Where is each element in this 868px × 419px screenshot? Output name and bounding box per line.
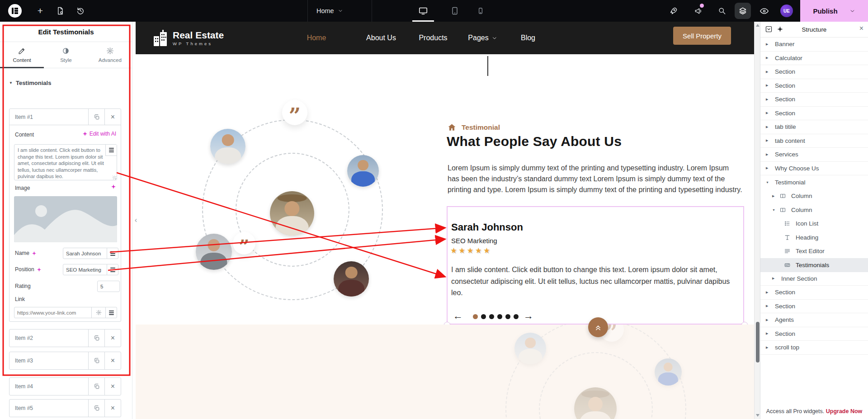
slider-dot-4[interactable]	[497, 314, 502, 319]
slider-dot-3[interactable]	[489, 314, 494, 319]
search-icon[interactable]	[717, 6, 727, 16]
caret-icon[interactable]: ▶	[766, 332, 773, 335]
caret-icon[interactable]: ▶	[766, 98, 773, 101]
add-new-icon[interactable]: +	[35, 6, 45, 16]
chevron-down-icon[interactable]	[849, 8, 855, 14]
link-options-button[interactable]	[91, 307, 106, 318]
tree-item-section[interactable]: ▶Section	[760, 300, 868, 314]
image-ai-button[interactable]	[111, 184, 116, 189]
tab-content[interactable]: Content	[0, 42, 44, 68]
caret-icon[interactable]: ▶	[766, 42, 773, 46]
slider-dot-1[interactable]	[473, 314, 478, 319]
remove-item-button[interactable]: ×	[104, 330, 121, 347]
content-textarea[interactable]: I am slide content. Click edit button to…	[14, 144, 117, 180]
device-desktop-icon[interactable]	[418, 6, 428, 16]
tree-item-services[interactable]: ▶Services	[760, 148, 868, 162]
caret-icon[interactable]: ▶	[766, 304, 773, 308]
tree-item-section[interactable]: ▶Section	[760, 65, 868, 79]
history-icon[interactable]	[75, 6, 85, 16]
testimonial-quote[interactable]: I am slide content. Click edit button to…	[451, 264, 739, 299]
nav-link-products[interactable]: Products	[419, 22, 447, 54]
user-avatar[interactable]: UE	[780, 5, 793, 17]
remove-item-button[interactable]: ×	[104, 400, 121, 417]
tree-item-tab-title[interactable]: ▶tab titile	[760, 120, 868, 134]
launchpad-rocket-icon[interactable]	[669, 6, 679, 16]
tree-item-testimonial[interactable]: ▼Testimonial	[760, 175, 868, 189]
elementor-logo-icon[interactable]	[8, 4, 22, 18]
remove-item-button[interactable]: ×	[104, 378, 121, 395]
dynamic-tags-button[interactable]	[107, 248, 118, 259]
link-input[interactable]	[14, 307, 92, 318]
tab-style[interactable]: Style	[44, 42, 88, 68]
slider-dot-2[interactable]	[481, 314, 486, 319]
tree-item-column[interactable]: ▶ Column	[760, 189, 868, 203]
tree-item-testimonials-selected[interactable]: Testimonials	[760, 258, 868, 272]
caret-icon[interactable]: ▶	[766, 139, 773, 142]
duplicate-item-button[interactable]	[88, 352, 104, 369]
testimonials-section-toggle[interactable]: ▼ Testimonials	[9, 80, 51, 86]
caret-icon[interactable]: ▶	[766, 166, 773, 170]
tree-item-inner-section[interactable]: ▶Inner Section	[760, 272, 868, 286]
tree-item-heading[interactable]: Heading	[760, 231, 868, 245]
caret-down-icon[interactable]: ▼	[772, 208, 779, 212]
panel-collapse-handle[interactable]: ‹	[133, 212, 139, 228]
close-icon[interactable]: ×	[859, 24, 863, 33]
rating-input[interactable]	[97, 281, 120, 292]
publish-button[interactable]: Publish	[800, 0, 868, 22]
tree-item-scroll-top[interactable]: ▶scroll top	[760, 341, 868, 355]
scrollbar-down-arrow[interactable]	[756, 414, 760, 417]
testimonial-position[interactable]: SEO Marketing	[451, 237, 497, 245]
caret-icon[interactable]: ▶	[766, 111, 773, 115]
position-input[interactable]	[63, 264, 107, 275]
tree-item-section[interactable]: ▶Section	[760, 79, 868, 93]
tree-item-text-editor[interactable]: Text Editor	[760, 245, 868, 259]
slider-dot-5[interactable]	[505, 314, 510, 319]
caret-down-icon[interactable]: ▼	[766, 181, 773, 184]
tree-item-section[interactable]: ▶Section	[760, 286, 868, 300]
tree-item-tab-content[interactable]: ▶tab content	[760, 134, 868, 148]
testimonial-name[interactable]: Sarah Johnson	[451, 221, 523, 233]
caret-icon[interactable]: ▶	[772, 194, 779, 198]
tree-item-section[interactable]: ▶Section	[760, 327, 868, 341]
scrollbar-thumb[interactable]	[756, 322, 760, 363]
nav-link-blog[interactable]: Blog	[521, 22, 535, 54]
scroll-to-top-button[interactable]	[588, 317, 608, 337]
site-brand[interactable]: Real Estate WP Themes	[153, 29, 224, 47]
tree-item-section[interactable]: ▶Section	[760, 107, 868, 121]
tree-item-column[interactable]: ▼ Column	[760, 203, 868, 217]
page-selector-dropdown[interactable]: Home	[316, 0, 343, 22]
tree-item-icon-list[interactable]: Icon List	[760, 217, 868, 231]
page-settings-icon[interactable]	[55, 6, 65, 16]
sell-property-button[interactable]: Sell Property	[673, 27, 731, 45]
repeater-item-4[interactable]: Item #4 ×	[9, 377, 121, 395]
tree-item-banner[interactable]: ▶Banner	[760, 38, 868, 52]
caret-icon[interactable]: ▶	[766, 291, 773, 294]
dynamic-tags-button[interactable]	[105, 145, 117, 156]
tree-item-section[interactable]: ▶Section	[760, 93, 868, 107]
tree-item-calculator[interactable]: ▶Calculator	[760, 52, 868, 66]
next-arrow[interactable]: →	[524, 310, 533, 322]
duplicate-item-button[interactable]	[88, 378, 104, 395]
duplicate-item-button[interactable]	[88, 400, 104, 417]
tree-item-why-choose-us[interactable]: ▶Why Choose Us	[760, 162, 868, 176]
repeater-item-3[interactable]: Item #3 ×	[9, 352, 121, 370]
caret-icon[interactable]: ▶	[766, 84, 773, 87]
canvas-scrollbar[interactable]	[754, 22, 760, 419]
remove-item-button[interactable]: ×	[104, 109, 121, 125]
caret-icon[interactable]: ▶	[766, 153, 773, 156]
caret-icon[interactable]: ▶	[772, 277, 779, 280]
caret-icon[interactable]: ▶	[766, 346, 773, 349]
structure-layers-icon[interactable]	[735, 3, 751, 19]
dynamic-tags-button[interactable]	[105, 307, 117, 318]
slider-dot-6[interactable]	[514, 314, 519, 319]
tree-item-agents[interactable]: ▶Agents	[760, 313, 868, 327]
repeater-item-2[interactable]: Item #2 ×	[9, 329, 121, 347]
tab-advanced[interactable]: Advanced	[88, 42, 132, 68]
device-mobile-icon[interactable]	[476, 6, 486, 16]
section-intro-text[interactable]: Lorem Ipsum is simply dummy text of the …	[448, 163, 742, 195]
repeater-item-header[interactable]: Item #1 ×	[9, 109, 121, 125]
name-input[interactable]	[63, 248, 107, 259]
scrollbar-up-arrow[interactable]	[756, 24, 760, 27]
repeater-item-5[interactable]: Item #5 ×	[9, 399, 121, 417]
nav-link-about-us[interactable]: About Us	[366, 22, 396, 54]
